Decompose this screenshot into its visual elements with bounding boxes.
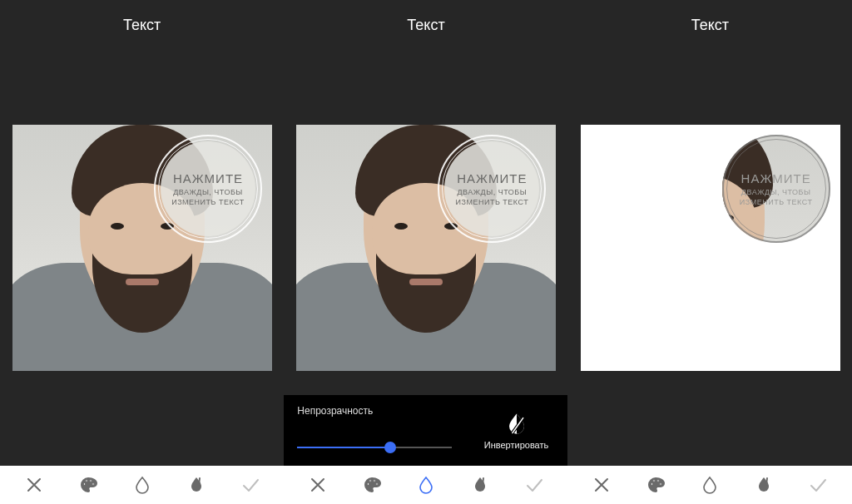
text-badge-label: НАЖМИТЕ ДВАЖДЫ, ЧТОБЫ ИЗМЕНИТЬ ТЕКСТ xyxy=(722,135,830,243)
opacity-slider[interactable] xyxy=(297,439,451,456)
slider-fill xyxy=(297,447,389,448)
editor-pane-2: Текст НАЖМИТЕ ДВАЖДЫ, ЧТОБЫ xyxy=(284,0,567,504)
editor-pane-1: Текст НАЖМИТЕ ДВАЖДЫ, ЧТОБЫ xyxy=(0,0,284,504)
confirm-button[interactable] xyxy=(800,467,836,503)
palette-button[interactable] xyxy=(354,467,390,503)
palette-button[interactable] xyxy=(637,467,674,503)
text-badge[interactable]: НАЖМИТЕ ДВАЖДЫ, ЧТОБЫ ИЗМЕНИТЬ ТЕКСТ xyxy=(438,135,546,243)
page-title: Текст xyxy=(568,17,852,34)
close-button[interactable] xyxy=(300,467,336,503)
opacity-popup: Непрозрачность Инвертировать xyxy=(284,395,567,466)
image-canvas[interactable]: НАЖМИТЕ ДВАЖДЫ, ЧТОБЫ ИЗМЕНИТЬ ТЕКСТ xyxy=(296,125,556,371)
close-icon xyxy=(309,476,327,494)
toolbar-group-2 xyxy=(284,466,567,504)
image-canvas[interactable]: НАЖМИТЕ ДВАЖДЫ, ЧТОБЫ ИЗМЕНИТЬ ТЕКСТ xyxy=(581,125,840,371)
close-icon xyxy=(592,476,611,494)
check-icon xyxy=(241,476,260,494)
style-button[interactable] xyxy=(746,467,782,503)
bottom-toolbar xyxy=(0,466,852,504)
style-button[interactable] xyxy=(178,467,215,503)
drop-icon xyxy=(417,476,435,494)
palette-icon xyxy=(79,476,97,494)
invert-label: Инвертировать xyxy=(484,440,548,450)
opacity-button[interactable] xyxy=(124,467,161,503)
image-canvas[interactable]: НАЖМИТЕ ДВАЖДЫ, ЧТОБЫ ИЗМЕНИТЬ ТЕКСТ xyxy=(12,125,272,371)
confirm-button[interactable] xyxy=(232,467,269,503)
palette-button[interactable] xyxy=(70,467,106,503)
close-icon xyxy=(25,476,43,494)
check-icon xyxy=(525,476,543,494)
opacity-label: Непрозрачность xyxy=(297,405,451,417)
palette-icon xyxy=(363,476,381,494)
page-title: Текст xyxy=(0,17,284,34)
drop-icon xyxy=(133,476,151,494)
close-button[interactable] xyxy=(583,467,620,503)
text-badge[interactable]: НАЖМИТЕ ДВАЖДЫ, ЧТОБЫ ИЗМЕНИТЬ ТЕКСТ xyxy=(154,135,262,243)
toolbar-group-3 xyxy=(568,466,852,504)
text-badge-label: НАЖМИТЕ ДВАЖДЫ, ЧТОБЫ ИЗМЕНИТЬ ТЕКСТ xyxy=(438,135,546,243)
invert-button[interactable]: Инвертировать xyxy=(465,395,568,466)
toolbar-group-1 xyxy=(0,466,284,504)
text-badge[interactable]: НАЖМИТЕ ДВАЖДЫ, ЧТОБЫ ИЗМЕНИТЬ ТЕКСТ xyxy=(722,135,830,243)
text-badge-label: НАЖМИТЕ ДВАЖДЫ, ЧТОБЫ ИЗМЕНИТЬ ТЕКСТ xyxy=(154,135,262,243)
close-button[interactable] xyxy=(16,467,52,503)
style-button[interactable] xyxy=(462,467,498,503)
opacity-button[interactable] xyxy=(691,467,728,503)
editor-pane-3: Текст НАЖМИТЕ xyxy=(568,0,852,504)
drop-icon xyxy=(701,476,719,494)
style-icon xyxy=(471,476,489,494)
check-icon xyxy=(809,476,827,494)
style-icon xyxy=(187,476,206,494)
page-title: Текст xyxy=(284,17,567,34)
palette-icon xyxy=(646,476,665,494)
slider-thumb[interactable] xyxy=(384,442,396,453)
confirm-button[interactable] xyxy=(516,467,552,503)
invert-icon xyxy=(505,412,528,435)
opacity-button[interactable] xyxy=(408,467,444,503)
style-icon xyxy=(755,476,773,494)
